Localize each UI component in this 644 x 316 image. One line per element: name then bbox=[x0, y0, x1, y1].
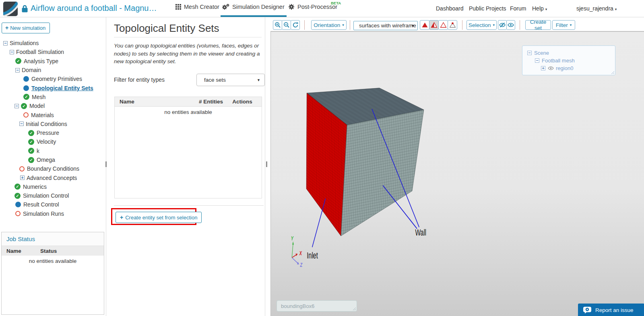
status-check-icon: ✓ bbox=[15, 58, 21, 64]
inlet-label: Inlet bbox=[307, 250, 318, 260]
status-orange-icon bbox=[23, 112, 29, 118]
sidebar-item-label: Mesh bbox=[32, 94, 45, 100]
chevron-down-icon: ▾ bbox=[545, 7, 547, 11]
scene-tree-root[interactable]: − Scene bbox=[522, 49, 615, 57]
entity-type-select[interactable]: face sets ▼ bbox=[196, 74, 265, 86]
expand-icon[interactable]: + bbox=[541, 66, 545, 70]
sidebar-item-topological-entity-sets[interactable]: Topological Entity Sets bbox=[0, 83, 106, 92]
hide-selected-button[interactable] bbox=[498, 20, 507, 30]
collapse-icon[interactable]: − bbox=[14, 104, 19, 108]
display-mode-select[interactable]: surfaces with wireframe ▼ bbox=[353, 21, 418, 30]
selection-menu-button[interactable]: Selection▾ bbox=[466, 20, 497, 30]
zoom-in-button[interactable] bbox=[273, 20, 282, 30]
project-title[interactable]: Airflow around a football - Magnu… bbox=[31, 4, 157, 13]
filter-entity-types-label: Filter for entity types bbox=[114, 76, 165, 83]
tab-simulation-designer[interactable]: Simulation Designer bbox=[222, 4, 285, 10]
nav-dashboard[interactable]: Dashboard bbox=[436, 5, 464, 12]
nav-forum[interactable]: Forum bbox=[510, 5, 526, 12]
viewer-3d: Orientation▾ surfaces with wireframe ▼ bbox=[270, 17, 644, 316]
status-check-icon: ✓ bbox=[14, 193, 21, 199]
column-status: Status bbox=[40, 248, 57, 254]
sidebar-item-football-simulation[interactable]: −Football Simulation bbox=[0, 48, 106, 56]
status-blue-icon bbox=[23, 85, 29, 91]
sidebar-item-label: Boundary Conditions bbox=[27, 165, 79, 172]
toolbar-separator bbox=[462, 20, 462, 30]
sidebar-item-velocity[interactable]: ✓Velocity bbox=[0, 137, 106, 146]
collapse-icon[interactable]: − bbox=[527, 51, 532, 55]
collapse-icon[interactable]: − bbox=[3, 41, 8, 45]
collapse-icon[interactable]: − bbox=[10, 50, 14, 54]
report-issue-button[interactable]: Report an issue bbox=[578, 304, 644, 316]
user-menu[interactable]: sjesu_rajendra▾ bbox=[576, 5, 617, 12]
settings-panel: Topological Entity Sets You can group to… bbox=[108, 17, 265, 316]
panel-splitter[interactable] bbox=[265, 17, 265, 316]
sidebar-item-model[interactable]: −✓Model bbox=[0, 101, 106, 110]
viewer-toolbar: Orientation▾ surfaces with wireframe ▼ bbox=[270, 17, 644, 31]
expand-icon[interactable]: + bbox=[20, 176, 25, 180]
sidebar-item-simulation-control[interactable]: ✓Simulation Control bbox=[0, 191, 106, 200]
triangle-outline-icon bbox=[440, 22, 447, 28]
create-entity-set-button[interactable]: + Create entity set from selection bbox=[116, 212, 202, 223]
sidebar-item-result-control[interactable]: Result Control bbox=[0, 200, 106, 209]
bounding-box-name-input[interactable]: boundingBox6 bbox=[277, 300, 357, 312]
sidebar-item-pressure[interactable]: ✓Pressure bbox=[0, 128, 106, 137]
viewport-canvas[interactable]: Y X Z Inlet Wall − Scene − Football mesh bbox=[270, 31, 644, 316]
gears-icon bbox=[222, 4, 229, 10]
status-check-icon: ✓ bbox=[28, 157, 34, 163]
sidebar-item-label: Model bbox=[29, 103, 45, 109]
job-status-title: Job Status bbox=[2, 232, 104, 246]
collapse-icon[interactable]: − bbox=[535, 58, 539, 63]
collapse-icon[interactable]: − bbox=[19, 122, 24, 126]
sidebar-item-label: Analysis Type bbox=[24, 58, 58, 64]
sidebar-item-analysis-type[interactable]: ✓Analysis Type bbox=[0, 57, 106, 66]
panel-splitter-grip[interactable] bbox=[266, 161, 267, 167]
sidebar-item-simulations[interactable]: −Simulations bbox=[0, 39, 106, 48]
create-set-button[interactable]: Create set bbox=[525, 20, 551, 30]
new-simulation-button[interactable]: + New simulation bbox=[2, 23, 50, 33]
sidebar-item-simulation-runs[interactable]: Simulation Runs bbox=[0, 209, 106, 218]
orientation-menu-button[interactable]: Orientation▾ bbox=[311, 20, 347, 30]
clip-half-button[interactable] bbox=[429, 20, 439, 30]
sidebar-item-numerics[interactable]: ✓Numerics bbox=[0, 182, 106, 191]
resize-handle[interactable] bbox=[611, 71, 615, 74]
nav-help-menu[interactable]: Help▾ bbox=[532, 5, 547, 12]
sidebar-item-label: Geometry Primitives bbox=[31, 76, 82, 82]
tab-post-processor[interactable]: Post-Processor bbox=[288, 4, 337, 10]
refresh-view-button[interactable] bbox=[291, 20, 300, 30]
sidebar-item-k[interactable]: ✓k bbox=[0, 147, 106, 155]
sidebar-item-boundary-conditions[interactable]: Boundary Conditions bbox=[0, 164, 106, 173]
tab-mesh-creator[interactable]: Mesh Creator bbox=[175, 4, 219, 10]
sidebar-item-omega[interactable]: ✓Omega bbox=[0, 155, 106, 164]
clip-solid-button[interactable] bbox=[420, 20, 429, 30]
toolbar-separator bbox=[520, 20, 520, 30]
active-tab-underline bbox=[221, 15, 287, 17]
clip-outline-button[interactable] bbox=[438, 20, 448, 30]
sidebar-item-initial-conditions[interactable]: −Initial Conditions bbox=[0, 120, 106, 128]
sidebar-item-geometry-primitives[interactable]: Geometry Primitives bbox=[0, 74, 106, 83]
show-selected-button[interactable] bbox=[506, 20, 515, 30]
sidebar-item-label: Pressure bbox=[37, 130, 59, 136]
scene-tree-mesh[interactable]: − Football mesh bbox=[522, 57, 615, 64]
sidebar-item-mesh[interactable]: ✓Mesh bbox=[0, 93, 106, 101]
collapse-icon[interactable]: − bbox=[15, 68, 20, 72]
simscale-logo[interactable] bbox=[3, 2, 18, 16]
resize-handle[interactable] bbox=[353, 307, 356, 311]
sidebar-item-domain[interactable]: −Domain bbox=[0, 66, 106, 74]
toolbar-separator bbox=[350, 20, 350, 30]
nav-public-projects[interactable]: Public Projects bbox=[469, 5, 506, 12]
scene-tree-region[interactable]: + region0 bbox=[522, 64, 615, 72]
sidebar-item-label: Velocity bbox=[37, 138, 56, 145]
select-arrow-icon: ▼ bbox=[257, 78, 260, 82]
tab-label: Mesh Creator bbox=[184, 4, 219, 10]
simulation-tree: −Simulations−Football Simulation✓Analysi… bbox=[0, 39, 106, 218]
sidebar-item-label: Topological Entity Sets bbox=[31, 85, 93, 91]
sidebar-splitter-grip[interactable] bbox=[105, 161, 107, 167]
zoom-out-button[interactable] bbox=[282, 20, 291, 30]
plus-icon: + bbox=[120, 214, 123, 221]
filter-menu-button[interactable]: Filter▾ bbox=[552, 20, 575, 30]
visibility-eye-icon[interactable] bbox=[548, 66, 554, 70]
clip-points-button[interactable] bbox=[448, 20, 457, 30]
sidebar-item-materials[interactable]: Materials bbox=[0, 110, 106, 119]
status-blue-icon bbox=[23, 76, 29, 82]
sidebar-item-advanced-concepts[interactable]: +Advanced Concepts bbox=[0, 173, 106, 182]
